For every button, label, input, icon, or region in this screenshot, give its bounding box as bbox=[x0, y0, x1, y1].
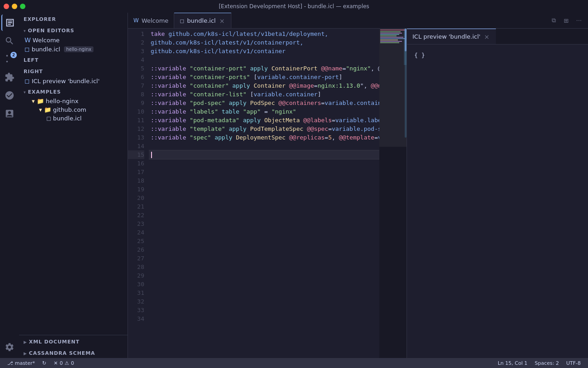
tab-actions: ⧉ ⊞ ··· bbox=[548, 13, 588, 28]
code-line-30 bbox=[149, 280, 379, 288]
welcome-tab-icon: W bbox=[133, 17, 139, 24]
split-editor-button[interactable]: ⧉ bbox=[548, 15, 559, 26]
code-line-3: github.com/k8s-icl/latest/v1/container bbox=[149, 47, 379, 55]
sidebar-bottom: ▶ XML DOCUMENT ▶ CASSANDRA SCHEMA bbox=[19, 335, 127, 358]
source-control-badge: 2 bbox=[10, 52, 17, 58]
sidebar-item-github-com[interactable]: ▾ 📁 github.com bbox=[19, 105, 127, 114]
code-line-24 bbox=[149, 228, 379, 237]
bundle-tab-icon: ◻ bbox=[180, 18, 184, 24]
welcome-icon: W bbox=[24, 36, 31, 44]
minimap bbox=[379, 29, 407, 358]
warning-icon: ⚠ bbox=[64, 360, 69, 366]
status-bar: ⎇ master* ↻ ✕ 0 ⚠ 0 Ln 15, Col 1 Spaces:… bbox=[0, 358, 588, 368]
activity-custom[interactable] bbox=[1, 105, 18, 122]
maximize-button[interactable] bbox=[20, 4, 25, 9]
sidebar: EXPLORER ▾ OPEN EDITORS W Welcome ◻ bund… bbox=[19, 13, 128, 358]
preview-icon: ◻ bbox=[24, 77, 30, 85]
code-line-13: ::variable "spec" apply DeploymentSpec @… bbox=[149, 133, 379, 142]
more-actions-button[interactable]: ··· bbox=[573, 15, 584, 26]
activity-icl[interactable] bbox=[1, 87, 18, 104]
encoding[interactable]: UTF-8 bbox=[563, 358, 584, 368]
preview-tab-bar: ICL preview 'bundle.icl' × bbox=[407, 29, 588, 45]
icl-file-icon: ◻ bbox=[46, 115, 51, 122]
code-line-6: ::variable "container-ports" [variable.c… bbox=[149, 73, 379, 81]
cursor-position[interactable]: Ln 15, Col 1 bbox=[494, 358, 531, 368]
code-line-1: take github.com/k8s-icl/latest/v1beta1/d… bbox=[149, 30, 379, 38]
code-line-15 bbox=[149, 150, 379, 159]
code-line-16 bbox=[149, 159, 379, 168]
code-line-11: ::variable "pod-metadata" apply ObjectMe… bbox=[149, 116, 379, 124]
activity-settings[interactable] bbox=[1, 339, 18, 355]
activity-source-control[interactable]: 2 bbox=[1, 51, 18, 67]
sidebar-item-icl-preview[interactable]: ◻ ICL preview 'bundle.icl' bbox=[19, 76, 127, 85]
code-line-12: ::variable "template" apply PodTemplateS… bbox=[149, 124, 379, 133]
preview-tab[interactable]: ICL preview 'bundle.icl' × bbox=[407, 29, 496, 44]
tab-welcome[interactable]: W Welcome bbox=[128, 13, 174, 28]
git-branch[interactable]: ⎇ master* bbox=[4, 358, 39, 368]
code-line-31 bbox=[149, 288, 379, 297]
activity-bar: 2 bbox=[0, 13, 19, 358]
code-line-21 bbox=[149, 202, 379, 211]
code-line-25 bbox=[149, 237, 379, 245]
code-line-8: ::variable "container-list" [variable.co… bbox=[149, 90, 379, 99]
file-icon: ◻ bbox=[24, 45, 30, 53]
sidebar-examples-header[interactable]: ▾ EXAMPLES bbox=[19, 85, 127, 97]
errors-indicator[interactable]: ✕ 0 ⚠ 0 bbox=[50, 358, 78, 368]
sidebar-item-bundle-icl[interactable]: ◻ bundle.icl hello-nginx bbox=[19, 45, 127, 54]
sidebar-cassandra-header[interactable]: ▶ CASSANDRA SCHEMA bbox=[19, 347, 127, 358]
error-icon: ✕ bbox=[54, 360, 58, 366]
status-right: Ln 15, Col 1 Spaces: 2 UTF-8 bbox=[494, 358, 584, 368]
sidebar-open-editors-header[interactable]: ▾ OPEN EDITORS bbox=[19, 24, 127, 35]
code-line-32 bbox=[149, 297, 379, 306]
tab-bundle-icl[interactable]: ◻ bundle.icl × bbox=[174, 13, 231, 28]
preview-tab-close[interactable]: × bbox=[483, 33, 490, 40]
toggle-panel-button[interactable]: ⊞ bbox=[561, 15, 572, 26]
sidebar-left-label: LEFT bbox=[19, 54, 127, 65]
folder-icon: ▾ 📁 bbox=[32, 98, 44, 104]
close-button[interactable] bbox=[4, 4, 9, 9]
code-line-20 bbox=[149, 194, 379, 202]
git-branch-icon: ⎇ bbox=[7, 360, 13, 366]
main-layout: 2 EXPLORER ▾ OPEN EDITORS W Welcome ◻ bbox=[0, 13, 588, 358]
sidebar-right-label: RIGHT bbox=[19, 65, 127, 76]
code-content[interactable]: take github.com/k8s-icl/latest/v1beta1/d… bbox=[149, 29, 379, 358]
code-line-34 bbox=[149, 314, 379, 323]
sidebar-item-hello-nginx[interactable]: ▾ 📁 hello-nginx bbox=[19, 97, 127, 105]
tab-close-button[interactable]: × bbox=[218, 17, 225, 25]
code-line-19 bbox=[149, 185, 379, 194]
activity-extensions[interactable] bbox=[1, 69, 18, 85]
minimize-button[interactable] bbox=[12, 4, 17, 9]
code-line-5: ::variable "container-port" apply Contai… bbox=[149, 64, 379, 73]
sync-button[interactable]: ↻ bbox=[39, 358, 50, 368]
activity-search[interactable] bbox=[1, 33, 18, 49]
code-line-22 bbox=[149, 211, 379, 219]
titlebar: [Extension Development Host] - bundle.ic… bbox=[0, 0, 588, 13]
code-line-9: ::variable "pod-spec" apply PodSpec @@co… bbox=[149, 99, 379, 107]
code-line-2: github.com/k8s-icl/latest/v1/containerpo… bbox=[149, 38, 379, 47]
status-left: ⎇ master* ↻ ✕ 0 ⚠ 0 bbox=[4, 358, 78, 368]
code-editor[interactable]: 12345 678910 1112131415 1617181920 21222… bbox=[128, 29, 407, 358]
editor-area: W Welcome ◻ bundle.icl × ⧉ ⊞ ··· 12345 6… bbox=[128, 13, 588, 358]
editor-split: 12345 678910 1112131415 1617181920 21222… bbox=[128, 29, 588, 358]
code-line-14 bbox=[149, 142, 379, 150]
tab-bar: W Welcome ◻ bundle.icl × ⧉ ⊞ ··· bbox=[128, 13, 588, 29]
sidebar-title: EXPLORER bbox=[19, 13, 127, 24]
code-line-28 bbox=[149, 263, 379, 271]
code-line-4 bbox=[149, 55, 379, 64]
indentation[interactable]: Spaces: 2 bbox=[531, 358, 562, 368]
activity-explorer[interactable] bbox=[1, 15, 18, 31]
window-controls[interactable] bbox=[4, 4, 25, 9]
sidebar-item-bundle-icl-2[interactable]: ◻ bundle.icl bbox=[19, 114, 127, 123]
sidebar-xml-header[interactable]: ▶ XML DOCUMENT bbox=[19, 335, 127, 347]
folder-icon-2: ▾ 📁 bbox=[39, 106, 51, 113]
code-line-27 bbox=[149, 254, 379, 263]
code-line-10: ::variable "labels" table "app" = "nginx… bbox=[149, 107, 379, 116]
code-line-7: ::variable "container" apply Container @… bbox=[149, 81, 379, 90]
line-numbers: 12345 678910 1112131415 1617181920 21222… bbox=[128, 29, 149, 358]
code-line-26 bbox=[149, 245, 379, 254]
code-line-33 bbox=[149, 306, 379, 314]
code-line-17 bbox=[149, 168, 379, 176]
code-line-29 bbox=[149, 271, 379, 280]
sidebar-item-welcome[interactable]: W Welcome bbox=[19, 35, 127, 45]
preview-panel: ICL preview 'bundle.icl' × { } bbox=[407, 29, 588, 358]
